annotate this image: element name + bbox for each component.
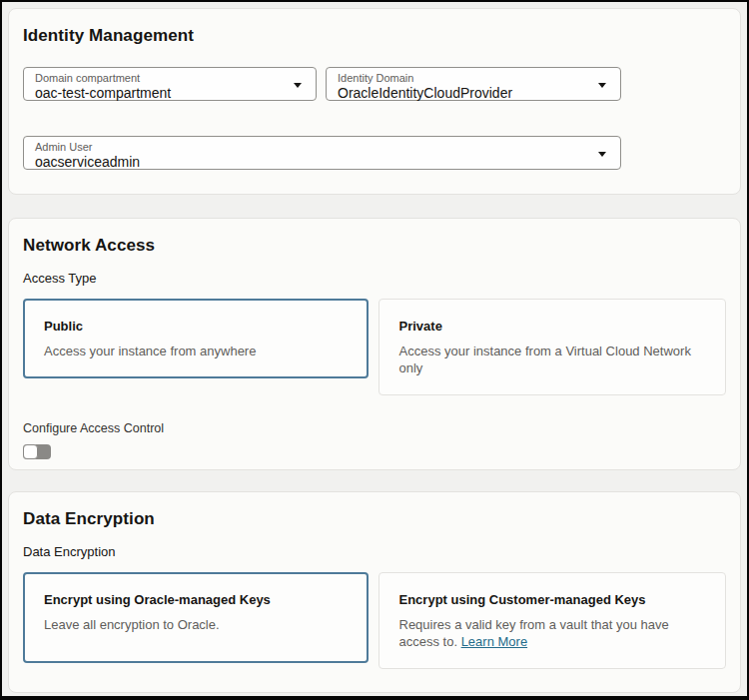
data-encryption-section: Data Encryption Data Encryption Encrypt … bbox=[8, 491, 741, 693]
chevron-down-icon bbox=[598, 152, 606, 157]
admin-user-label: Admin User bbox=[35, 140, 590, 154]
public-card-title: Public bbox=[44, 318, 348, 335]
domain-compartment-label: Domain compartment bbox=[35, 71, 286, 85]
access-type-cards: Public Access your instance from anywher… bbox=[23, 299, 726, 395]
identity-domain-label: Identity Domain bbox=[338, 71, 590, 85]
chevron-down-icon bbox=[294, 83, 302, 88]
data-encryption-label: Data Encryption bbox=[23, 543, 726, 560]
identity-management-section: Identity Management Domain compartment o… bbox=[8, 8, 741, 195]
public-card-description: Access your instance from anywhere bbox=[44, 343, 348, 359]
customer-managed-card-description: Requires a valid key from a vault that y… bbox=[399, 616, 706, 650]
admin-user-value: oacserviceadmin bbox=[35, 154, 590, 170]
private-card-title: Private bbox=[399, 318, 706, 335]
identity-management-heading: Identity Management bbox=[23, 25, 726, 47]
access-type-card-public[interactable]: Public Access your instance from anywher… bbox=[23, 299, 369, 378]
network-access-heading: Network Access bbox=[23, 235, 726, 257]
network-access-section: Network Access Access Type Public Access… bbox=[8, 218, 741, 470]
domain-compartment-select[interactable]: Domain compartment oac-test-compartment bbox=[23, 67, 317, 101]
identity-domain-value: OracleIdentityCloudProvider bbox=[338, 85, 590, 101]
encryption-card-customer-managed[interactable]: Encrypt using Customer-managed Keys Requ… bbox=[378, 572, 727, 669]
private-card-description: Access your instance from a Virtual Clou… bbox=[399, 343, 706, 376]
data-encryption-cards: Encrypt using Oracle-managed Keys Leave … bbox=[23, 572, 726, 669]
customer-managed-card-description-text: Requires a valid key from a vault that y… bbox=[399, 617, 669, 649]
identity-domain-select[interactable]: Identity Domain OracleIdentityCloudProvi… bbox=[326, 67, 621, 101]
customer-managed-card-title: Encrypt using Customer-managed Keys bbox=[399, 591, 706, 608]
configure-access-control-label: Configure Access Control bbox=[23, 420, 726, 436]
chevron-down-icon bbox=[598, 83, 606, 88]
form-page: Identity Management Domain compartment o… bbox=[0, 0, 749, 700]
learn-more-link[interactable]: Learn More bbox=[461, 634, 527, 649]
oracle-managed-card-title: Encrypt using Oracle-managed Keys bbox=[44, 591, 348, 608]
data-encryption-heading: Data Encryption bbox=[23, 508, 726, 530]
configure-access-control-toggle[interactable] bbox=[23, 444, 51, 459]
toggle-knob bbox=[23, 444, 38, 459]
identity-selects-row: Domain compartment oac-test-compartment … bbox=[23, 67, 726, 101]
access-type-label: Access Type bbox=[23, 270, 726, 287]
oracle-managed-card-description: Leave all encryption to Oracle. bbox=[44, 616, 348, 633]
encryption-card-oracle-managed[interactable]: Encrypt using Oracle-managed Keys Leave … bbox=[23, 572, 369, 663]
domain-compartment-value: oac-test-compartment bbox=[35, 85, 286, 101]
access-type-card-private[interactable]: Private Access your instance from a Virt… bbox=[378, 299, 727, 395]
admin-user-select[interactable]: Admin User oacserviceadmin bbox=[23, 136, 621, 170]
